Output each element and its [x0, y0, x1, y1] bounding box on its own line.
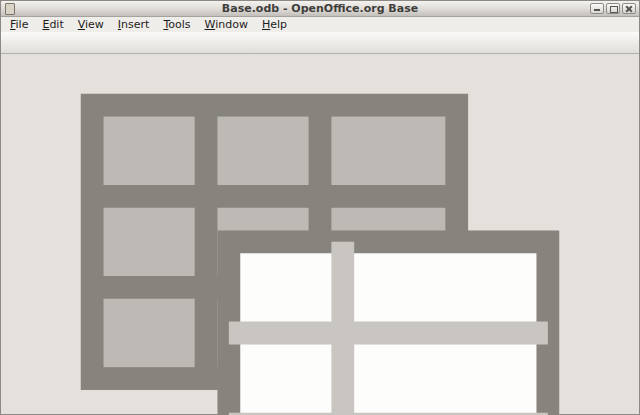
menubar: File Edit View Insert Tools Window Help — [1, 17, 639, 32]
main-area: Database Tables Queries ok Forms Reports — [1, 1, 639, 415]
titlebar[interactable]: Base.odb - OpenOffice.org Base — [1, 1, 639, 17]
menu-tools[interactable]: Tools — [156, 18, 197, 31]
window-controls — [590, 3, 636, 14]
window-title: Base.odb - OpenOffice.org Base — [1, 2, 639, 15]
menu-edit[interactable]: Edit — [35, 18, 70, 31]
minimize-icon[interactable] — [590, 3, 604, 14]
sidebar-item-tables[interactable]: Tables — [1, 14, 639, 415]
menu-view[interactable]: View — [71, 18, 111, 31]
maximize-icon[interactable] — [606, 3, 620, 14]
menu-help[interactable]: Help — [255, 18, 294, 31]
app-window: Base.odb - OpenOffice.org Base File Edit… — [0, 0, 640, 415]
tables-icon — [1, 14, 639, 415]
toolbar-grip[interactable] — [38, 35, 43, 51]
toolbar: az za ab — [1, 32, 639, 54]
database-sidebar: Database Tables Queries ok Forms Reports — [1, 1, 639, 415]
close-icon[interactable] — [622, 3, 636, 14]
menu-insert[interactable]: Insert — [111, 18, 157, 31]
menu-window[interactable]: Window — [198, 18, 255, 31]
menu-file[interactable]: File — [3, 18, 35, 31]
toolbar-grip[interactable] — [5, 35, 10, 51]
